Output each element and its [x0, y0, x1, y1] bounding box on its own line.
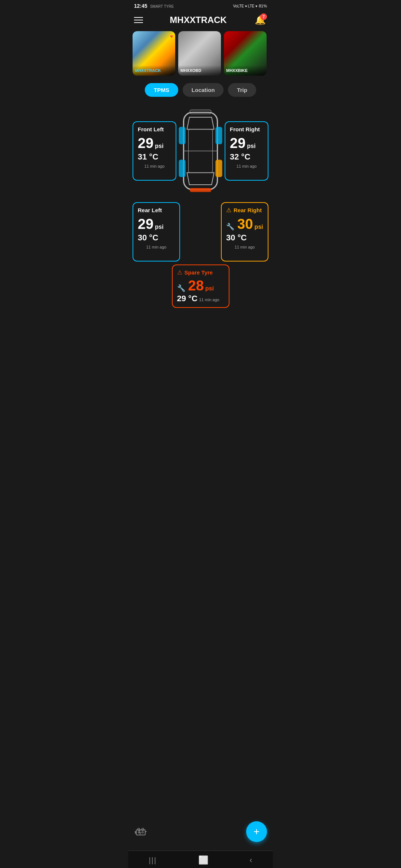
spare-unit: psi — [205, 285, 214, 292]
vehicle-card-mhxxtrack[interactable]: ♥ MHXXTRACK — [133, 31, 175, 76]
rear-left-time: 11 min ago — [138, 245, 175, 249]
svg-rect-2 — [179, 127, 186, 144]
spare-warning-icon: ⚠ — [177, 269, 182, 276]
rear-left-card: Rear Left 29 psi 30 °C 11 min ago — [133, 202, 180, 262]
vehicle-name-1: MHXXTRACK — [135, 68, 161, 73]
notification-button[interactable]: 🔔 7 — [254, 13, 267, 27]
card-overlay-3: MHXXBIKE — [224, 65, 267, 76]
front-right-unit: psi — [247, 143, 255, 149]
brand-label: SMART TYRE — [150, 4, 174, 9]
battery-status: 81% — [259, 4, 267, 8]
rear-right-pressure: 30 — [237, 216, 253, 232]
tpms-section: Front Left 29 psi 31 °C 11 min ago — [128, 103, 273, 308]
front-right-pressure-row: 29 psi — [230, 135, 263, 151]
spare-pressure-row: 🔧 28 psi — [177, 278, 224, 294]
status-time-area: 12:45 SMART TYRE — [134, 3, 174, 9]
spare-sensor-icon: 🔧 — [177, 284, 185, 292]
tpms-rear-row: Rear Left 29 psi 30 °C 11 min ago ⚠ Rear… — [133, 202, 268, 262]
front-right-time: 11 min ago — [230, 164, 263, 168]
status-bar: 12:45 SMART TYRE VoLTE ▾ LTE ▾ 81% — [128, 0, 273, 10]
car-diagram — [176, 103, 225, 199]
app-title: MHXXTRACK — [170, 15, 226, 25]
status-right-area: VoLTE ▾ LTE ▾ 81% — [233, 4, 267, 8]
front-left-temp: 31 °C — [138, 152, 171, 162]
rear-left-unit: psi — [155, 224, 163, 230]
front-right-card: Front Right 29 psi 32 °C 11 min ago — [225, 121, 268, 181]
svg-rect-4 — [179, 160, 186, 177]
card-overlay: MHXXTRACK — [133, 65, 175, 76]
svg-rect-5 — [215, 160, 222, 177]
rear-right-temp: 30 °C — [226, 233, 263, 243]
tab-location[interactable]: Location — [183, 83, 224, 97]
rear-left-pressure: 29 — [138, 216, 153, 232]
spare-tyre-card: ⚠ Spare Tyre 🔧 28 psi 29 °C 11 min ago — [172, 264, 229, 308]
front-left-time: 11 min ago — [138, 164, 171, 168]
network-status: VoLTE ▾ LTE ▾ — [233, 4, 257, 8]
tab-bar: TPMS Location Trip — [128, 80, 273, 103]
header: MHXXTRACK 🔔 7 — [128, 10, 273, 31]
rear-left-temp: 30 °C — [138, 233, 175, 243]
spare-name: Spare Tyre — [185, 269, 213, 276]
front-left-card: Front Left 29 psi 31 °C 11 min ago — [133, 121, 176, 181]
front-left-pressure-row: 29 psi — [138, 135, 171, 151]
vehicle-card-mhxxobd[interactable]: MHXXOBD — [178, 31, 221, 76]
spare-pressure: 28 — [188, 278, 204, 294]
favorite-icon: ♥ — [170, 33, 173, 39]
spare-tyre-row: ⚠ Spare Tyre 🔧 28 psi 29 °C 11 min ago — [133, 264, 268, 308]
notification-badge: 7 — [260, 13, 267, 20]
spare-temp: 29 °C — [177, 294, 198, 303]
rear-right-unit: psi — [254, 224, 263, 230]
warning-triangle-icon: ⚠ — [226, 207, 231, 214]
spare-time: 11 min ago — [199, 297, 219, 302]
rear-right-pressure-row: 🔧 30 psi — [226, 216, 263, 232]
rear-left-pressure-row: 29 psi — [138, 216, 175, 232]
vehicle-name-3: MHXXBIKE — [226, 68, 248, 73]
svg-rect-7 — [190, 188, 211, 192]
tab-trip[interactable]: Trip — [228, 83, 256, 97]
rear-right-header: ⚠ Rear Right — [226, 207, 263, 214]
vehicle-name-2: MHXXOBD — [180, 68, 201, 73]
tyre-sensor-icon: 🔧 — [226, 223, 234, 231]
svg-rect-3 — [215, 127, 222, 144]
menu-button[interactable] — [134, 17, 143, 23]
front-right-name: Front Right — [230, 126, 263, 133]
rear-right-card: ⚠ Rear Right 🔧 30 psi 30 °C 11 min ago — [221, 202, 268, 262]
card-overlay-2: MHXXOBD — [178, 65, 221, 76]
front-right-temp: 32 °C — [230, 152, 263, 162]
tpms-front-row: Front Left 29 psi 31 °C 11 min ago — [133, 103, 268, 199]
rear-left-name: Rear Left — [138, 207, 175, 214]
rear-right-time: 11 min ago — [226, 245, 263, 249]
front-left-pressure: 29 — [138, 135, 153, 151]
vehicle-cards-list: ♥ MHXXTRACK MHXXOBD MHXXBIKE — [128, 31, 273, 80]
status-time: 12:45 — [134, 3, 147, 9]
front-right-pressure: 29 — [230, 135, 245, 151]
front-left-name: Front Left — [138, 126, 171, 133]
tab-tpms[interactable]: TPMS — [145, 83, 178, 97]
rear-right-name: Rear Right — [234, 207, 262, 214]
spare-header: ⚠ Spare Tyre — [177, 269, 224, 276]
front-left-unit: psi — [155, 143, 163, 149]
vehicle-card-mhxxbike[interactable]: MHXXBIKE — [224, 31, 267, 76]
